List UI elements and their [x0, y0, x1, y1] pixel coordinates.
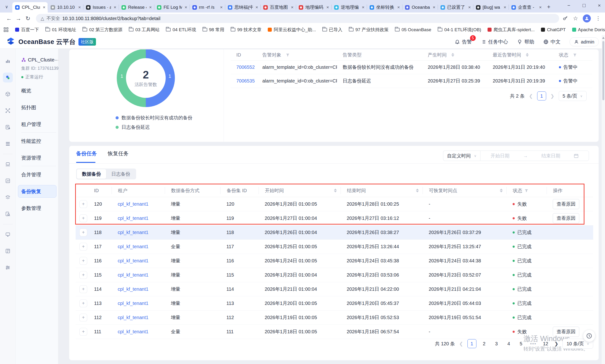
history-clock-button[interactable] — [583, 330, 595, 342]
sorter-icon[interactable] — [334, 189, 337, 192]
browser-tab[interactable]: CPL_Clus × — [12, 2, 48, 13]
rail-layers-icon[interactable] — [3, 192, 13, 202]
bookmark-item[interactable]: 97 产业扶持政策 — [349, 27, 388, 33]
bookmark-item[interactable]: 04-1 ETL环境(OB) — [438, 27, 481, 33]
page-number[interactable]: 4 — [504, 339, 513, 348]
view-reason-button[interactable]: 查看原因 — [553, 327, 579, 337]
tenant-link[interactable]: cpl_kf_tenant1 — [118, 272, 148, 278]
tenant-link[interactable]: cpl_kf_tenant1 — [118, 286, 148, 292]
sidebar-menu-item[interactable]: 租户管理 — [16, 116, 58, 133]
page-number[interactable]: 2 — [480, 339, 489, 348]
page-number[interactable]: 12 — [541, 339, 550, 348]
address-bar[interactable]: △ 不安全 10.10.100.11:8080/cluster/2/backup… — [36, 14, 559, 23]
expand-row-button[interactable]: + — [79, 299, 87, 307]
sidebar-menu-item[interactable]: 合并管理 — [16, 166, 58, 183]
task-center-button[interactable]: 任务中心 — [481, 39, 508, 45]
bookmark-item[interactable]: ChatGPT — [541, 27, 566, 32]
bookmark-item[interactable]: Apache Doris — [572, 27, 605, 32]
sidebar-menu-item[interactable]: 备份恢复 — [16, 183, 58, 200]
segment-log-backup[interactable]: 日志备份 — [106, 169, 135, 179]
col-recover[interactable]: 可恢复时间点 — [423, 187, 506, 194]
filter-icon[interactable] — [286, 53, 289, 57]
page-number[interactable]: 1 — [467, 339, 476, 348]
tab-close-icon[interactable]: × — [397, 5, 400, 10]
forward-icon[interactable]: → — [14, 14, 23, 23]
browser-tab[interactable]: Release 4 × — [119, 2, 154, 13]
prev-page-icon[interactable]: ❮ — [529, 93, 533, 99]
next-page-icon[interactable]: ❯ — [550, 93, 554, 99]
tab-close-icon[interactable]: × — [290, 5, 294, 10]
tenant-link[interactable]: cpl_kf_tenant1 — [118, 230, 148, 235]
sidebar-menu-item[interactable]: 拓扑图 — [16, 99, 58, 116]
tab-close-icon[interactable]: × — [432, 5, 436, 10]
sorter-icon[interactable] — [416, 189, 419, 192]
tab-search-chevron-icon[interactable]: ∨ — [1, 2, 12, 12]
bookmark-item[interactable]: 05 OceanBase — [395, 27, 431, 32]
cluster-selector[interactable]: CPL_Cluste··· ▼ — [21, 57, 57, 63]
scroll-up-icon[interactable] — [602, 37, 605, 39]
rail-monitor-icon[interactable] — [3, 230, 13, 239]
page-number[interactable]: ••• — [529, 339, 538, 348]
browser-tab[interactable]: 地理编码 × — [296, 2, 331, 13]
bookmark-item[interactable]: 已导入 — [322, 27, 342, 33]
page-size-select[interactable]: 5 条/页∨ — [559, 91, 587, 101]
col-start[interactable]: 开始时间 — [258, 187, 341, 194]
segment-data-backup[interactable]: 数据备份 — [77, 169, 106, 179]
page-scrollbar[interactable] — [602, 35, 605, 364]
tab-close-icon[interactable]: × — [219, 5, 223, 10]
rail-report-icon[interactable] — [3, 122, 13, 132]
rail-topology-icon[interactable] — [3, 106, 13, 116]
bookmark-star-icon[interactable]: ☆ — [573, 15, 578, 22]
next-page-icon[interactable]: ❯ — [554, 341, 558, 347]
security-chip[interactable]: 不安全 — [47, 15, 60, 22]
browser-tab[interactable]: 已设置了 × — [438, 2, 473, 13]
bookmark-item[interactable]: 03 工具网站 — [129, 27, 159, 33]
tab-close-icon[interactable]: × — [255, 5, 258, 10]
browser-tab[interactable]: FE Log M × — [154, 2, 190, 13]
filter-icon[interactable] — [525, 189, 528, 192]
bookmark-item[interactable]: 01 环境地址 — [45, 27, 76, 33]
url-text[interactable]: 10.10.100.11:8080/cluster/2/backup?tab=d… — [62, 16, 160, 21]
language-button[interactable]: 中文 — [543, 39, 561, 45]
alarm-id-link[interactable]: 7006535 — [236, 78, 255, 84]
window-maximize-icon[interactable]: □ — [582, 3, 586, 8]
help-button[interactable]: 帮助 — [517, 39, 534, 45]
filter-icon[interactable] — [573, 53, 577, 57]
browser-tab[interactable]: 企查查 - × — [509, 2, 544, 13]
expand-row-button[interactable]: + — [79, 257, 87, 265]
bookmark-item[interactable]: 阿里云权益中心_助... — [268, 27, 316, 33]
tab-close-icon[interactable]: × — [503, 5, 507, 10]
expand-row-button[interactable]: + — [79, 200, 87, 208]
tab-close-icon[interactable]: × — [149, 5, 152, 10]
browser-tab[interactable]: Oceanba × — [402, 2, 438, 13]
tab-close-icon[interactable]: × — [113, 5, 117, 10]
col-status[interactable]: 状态 — [506, 187, 547, 194]
col-end[interactable]: 结束时间 — [341, 187, 423, 194]
expand-row-button[interactable]: + — [79, 229, 87, 236]
bookmark-item[interactable]: 04 ETL环境 — [166, 27, 196, 33]
sidebar-menu-item[interactable]: 资源管理 — [16, 149, 58, 166]
col-target[interactable]: 告警对象 — [257, 52, 337, 58]
page-number[interactable]: 1 — [537, 91, 546, 101]
page-number[interactable]: 5 — [517, 339, 526, 348]
browser-tab[interactable]: 百度地图 × — [260, 2, 296, 13]
browser-tab[interactable]: Issues · a × — [83, 2, 119, 13]
sidebar-menu-item[interactable]: 概览 — [16, 82, 58, 99]
expand-row-button[interactable]: + — [79, 271, 87, 279]
back-icon[interactable]: ← — [4, 14, 14, 23]
sorter-icon[interactable] — [451, 53, 454, 57]
bookmark-item[interactable]: 99 技术文章 — [231, 27, 261, 33]
profile-avatar[interactable] — [583, 14, 591, 23]
bookmark-item[interactable]: 爬虫工具库-spidert... — [488, 27, 535, 33]
tab-restore-tasks[interactable]: 恢复任务 — [108, 150, 129, 157]
rail-metrics-icon[interactable] — [3, 56, 13, 66]
bookmark-item[interactable]: 02 第三方数据源 — [82, 27, 122, 33]
sorter-icon[interactable] — [526, 53, 529, 57]
browser-tab[interactable]: 10.10.10 × — [48, 2, 83, 13]
tab-close-icon[interactable]: × — [78, 5, 81, 10]
browser-tab[interactable]: 坐标转换 × — [367, 2, 402, 13]
tenant-link[interactable]: cpl_kf_tenant1 — [118, 315, 148, 320]
scrollbar-thumb[interactable] — [602, 41, 604, 100]
sorter-icon[interactable] — [500, 189, 503, 192]
rail-package-icon[interactable] — [3, 89, 13, 99]
